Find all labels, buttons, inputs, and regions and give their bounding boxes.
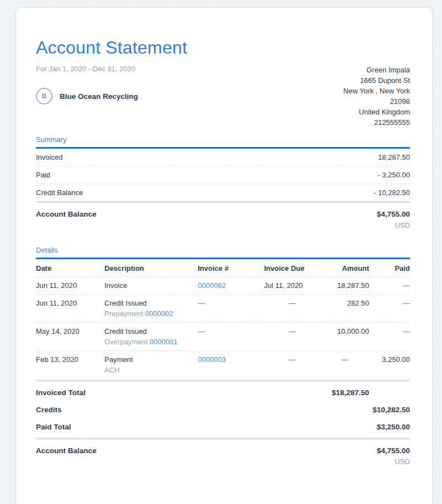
address-line: 212555555: [343, 117, 410, 128]
description-sub: ACH: [104, 366, 193, 374]
client-row: B Blue Ocean Recycling: [36, 88, 138, 104]
summary-row-value: - 10,282.50: [373, 189, 410, 197]
cell-amount: 18,287.50: [320, 282, 369, 290]
description-main: Credit Issued: [104, 300, 193, 307]
details-section-label: Details: [36, 246, 410, 254]
description-sub: Prepayment 0000002: [104, 310, 193, 318]
statement-date-range: For Jan 1, 2020 - Dec 31, 2020: [36, 65, 138, 73]
company-address: Green Impala 1665 Dupont St New York , N…: [343, 65, 410, 128]
summary-section-label: Summary: [36, 135, 410, 144]
table-row: May 14, 2020 Credit Issued Overpayment 0…: [36, 323, 410, 351]
account-balance-label: Account Balance: [36, 210, 97, 229]
total-row: Invoiced Total $18,287.50: [36, 384, 410, 401]
details-totals: Invoiced Total $18,287.50 Credits $10,28…: [36, 381, 410, 438]
cell-invoice-due: —: [264, 328, 320, 335]
cell-paid: 3,250.00: [369, 356, 410, 364]
address-line: United Kingdom: [343, 107, 410, 117]
summary-table: Invoiced 18,287.50 Paid - 3,250.00 Credi…: [36, 149, 410, 201]
total-row: Paid Total $3,250.00: [36, 418, 410, 435]
payment-link[interactable]: 0000003: [198, 355, 226, 364]
col-header-description: Description: [104, 265, 198, 272]
col-header-invoice-number: Invoice #: [198, 265, 264, 272]
cell-amount: 10,000.00: [320, 328, 369, 335]
cell-invoice-number: —: [198, 328, 264, 335]
table-row: Jun 11, 2020 Credit Issued Prepayment 00…: [36, 295, 410, 323]
credit-link[interactable]: 0000001: [150, 338, 178, 346]
description-sub-label: Prepayment: [104, 309, 143, 318]
address-line: 21098: [343, 96, 410, 107]
col-header-amount: Amount: [320, 265, 369, 272]
cell-invoice-due: —: [264, 356, 320, 364]
summary-row-value: 18,287.50: [378, 154, 410, 161]
summary-row: Paid - 3,250.00: [36, 166, 410, 184]
account-balance-right: $4,755.00 USD: [377, 447, 410, 466]
table-row: Feb 13, 2020 Payment ACH 0000003 — — 3,2…: [36, 351, 410, 379]
total-value: $18,287.50: [332, 389, 410, 397]
cell-date: Feb 13, 2020: [36, 356, 104, 364]
total-label: Paid Total: [36, 423, 71, 431]
address-line: Green Impala: [343, 65, 410, 75]
cell-invoice-number: —: [198, 300, 264, 307]
client-avatar-initial: B: [42, 92, 47, 100]
account-balance-value: $4,755.00: [377, 210, 410, 218]
details-table-header: Date Description Invoice # Invoice Due A…: [36, 259, 410, 277]
summary-row-label: Credit Balance: [36, 189, 83, 197]
description-sub-label: Overpayment: [104, 338, 148, 346]
account-balance-value: $4,755.00: [377, 447, 410, 455]
cell-description: Invoice: [104, 282, 198, 290]
account-balance-currency: USD: [377, 458, 410, 466]
cell-invoice-number: 0000062: [198, 282, 264, 290]
summary-row-label: Invoiced: [36, 154, 62, 161]
table-row: Jun 11, 2020 Invoice 0000062 Jul 11, 202…: [36, 277, 410, 295]
cell-paid: —: [369, 328, 410, 335]
address-line: 1665 Dupont St: [343, 75, 410, 86]
cell-paid: —: [369, 300, 410, 307]
account-balance-label: Account Balance: [36, 447, 97, 466]
cell-amount: 282.50: [320, 300, 369, 307]
summary-section: Summary Invoiced 18,287.50 Paid - 3,250.…: [36, 135, 410, 229]
statement-header: For Jan 1, 2020 - Dec 31, 2020 B Blue Oc…: [36, 65, 410, 128]
invoice-link[interactable]: 0000062: [198, 281, 226, 290]
total-label: Invoiced Total: [36, 389, 86, 397]
cell-date: Jun 11, 2020: [36, 300, 104, 307]
cell-invoice-due: —: [264, 300, 320, 307]
description-main: Payment: [104, 356, 193, 364]
summary-row: Invoiced 18,287.50: [36, 149, 410, 166]
summary-row: Credit Balance - 10,282.50: [36, 184, 410, 201]
summary-row-label: Paid: [36, 171, 50, 179]
cell-description: Credit Issued Prepayment 0000002: [104, 300, 198, 318]
total-value: $10,282.50: [372, 406, 410, 414]
total-row: Credits $10,282.50: [36, 401, 410, 418]
account-balance-right: $4,755.00 USD: [377, 210, 410, 229]
header-left: For Jan 1, 2020 - Dec 31, 2020 B Blue Oc…: [36, 65, 138, 128]
cell-invoice-number: 0000003: [198, 356, 264, 364]
cell-paid: —: [369, 282, 410, 290]
cell-description: Payment ACH: [104, 356, 198, 374]
description-main: Credit Issued: [104, 328, 193, 335]
summary-row-value: - 3,250.00: [377, 171, 410, 179]
details-table: Date Description Invoice # Invoice Due A…: [36, 259, 410, 381]
credit-link[interactable]: 0000002: [145, 309, 173, 318]
final-account-balance: Account Balance $4,755.00 USD: [36, 439, 410, 466]
account-balance-currency: USD: [377, 221, 410, 229]
total-value: $3,250.00: [377, 423, 410, 431]
address-line: New York , New York: [343, 86, 410, 96]
cell-invoice-due: Jul 11, 2020: [264, 282, 320, 290]
col-header-invoice-due: Invoice Due: [264, 265, 320, 272]
cell-date: May 14, 2020: [36, 328, 104, 335]
cell-date: Jun 11, 2020: [36, 282, 104, 290]
client-name: Blue Ocean Recycling: [60, 92, 138, 101]
details-section: Details Date Description Invoice # Invoi…: [36, 246, 410, 466]
client-avatar: B: [36, 88, 52, 104]
cell-amount: —: [320, 356, 369, 364]
total-label: Credits: [36, 406, 62, 414]
page-title: Account Statement: [36, 38, 410, 58]
col-header-paid: Paid: [369, 265, 410, 272]
col-header-date: Date: [36, 265, 104, 272]
description-sub: Overpayment 0000001: [104, 338, 193, 346]
cell-description: Credit Issued Overpayment 0000001: [104, 328, 198, 346]
summary-account-balance: Account Balance $4,755.00 USD: [36, 203, 410, 229]
statement-card: Account Statement For Jan 1, 2020 - Dec …: [15, 7, 433, 504]
